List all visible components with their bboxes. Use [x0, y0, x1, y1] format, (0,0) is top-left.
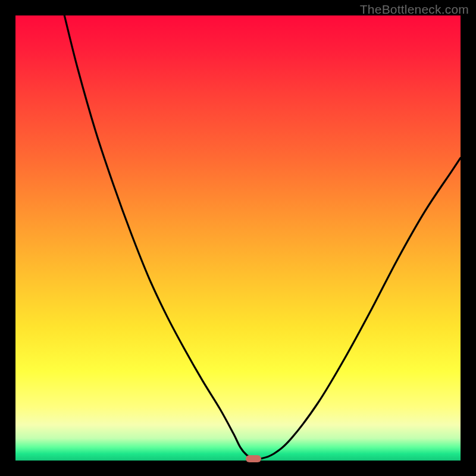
plot-area — [15, 15, 461, 461]
watermark-text: TheBottleneck.com — [360, 2, 469, 17]
chart-frame: TheBottleneck.com — [0, 0, 476, 476]
bottleneck-curve — [15, 15, 461, 461]
minimum-marker — [246, 455, 261, 462]
